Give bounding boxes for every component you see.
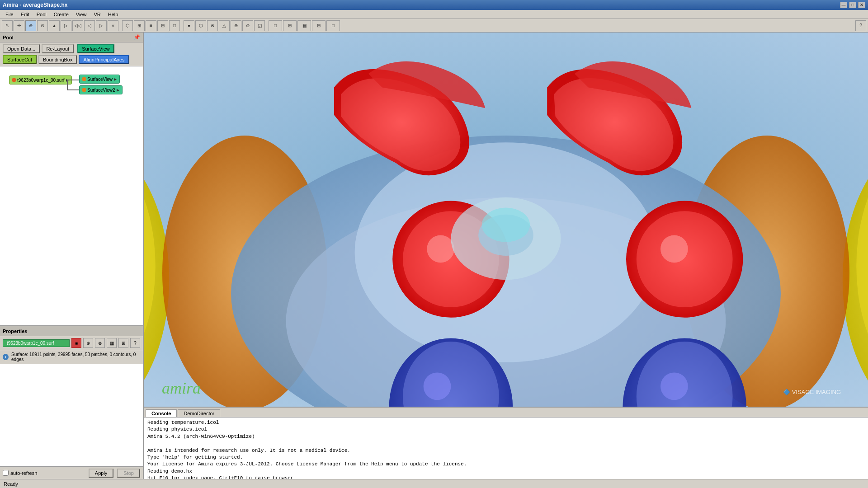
toolbar-tool18[interactable]: ⊗ (207, 20, 218, 31)
re-layout-button[interactable]: Re-Layout (42, 44, 74, 53)
menubar: File Edit Pool Create View VR Help (0, 10, 868, 19)
auto-refresh-checkbox[interactable] (3, 470, 9, 476)
pool-pin-icon: 📌 (134, 34, 140, 40)
bounding-box-button[interactable]: BoundingBox (38, 55, 77, 64)
toolbar-move-tool[interactable]: ✛ (14, 20, 24, 31)
toolbar-sphere-icon[interactable]: ⬡ (122, 20, 133, 31)
prop-icon3[interactable]: ▦ (107, 338, 117, 348)
console-line-2: Reading physics.icol (147, 426, 864, 433)
toolbar-tool10[interactable]: « (108, 20, 118, 31)
connector-2 (67, 80, 68, 90)
console-content: Reading temperature.icol Reading physics… (144, 418, 868, 479)
pool-toolbar: Open Data... Re-Layout SurfaceView Surfa… (0, 42, 143, 66)
visage-logo: 🔷 VISAGE IMAGING (783, 389, 841, 395)
node-arrow-3: ▶ (117, 88, 119, 92)
maximize-button[interactable]: □ (849, 2, 856, 8)
prop-help-btn[interactable]: ? (130, 338, 140, 348)
toolbar-minus-icon[interactable]: ⊟ (157, 20, 168, 31)
menu-file[interactable]: File (2, 11, 17, 18)
node-label: t9623b0warp1c_00.surf (17, 78, 65, 83)
toolbar-grid-icon[interactable]: ≡ (146, 20, 156, 31)
apply-button[interactable]: Apply (89, 469, 114, 478)
open-data-button[interactable]: Open Data... (3, 44, 40, 53)
visage-logo-text: 🔷 (783, 389, 792, 395)
tab-demodirector[interactable]: DemoDirector (178, 409, 220, 417)
toolbar-square-icon[interactable]: □ (169, 20, 180, 31)
svg-point-18 (424, 372, 451, 400)
toolbar-tool22[interactable]: ◱ (254, 20, 265, 31)
toolbar-arrow-tool[interactable]: ↖ (2, 20, 13, 31)
toolbar-rotate-tool[interactable]: ⊕ (25, 20, 36, 31)
title-text: Amira - averageShape.hx (3, 2, 67, 8)
prop-icon1[interactable]: ⊕ (83, 338, 93, 348)
amira-logo: amira (162, 379, 201, 398)
titlebar-controls: — □ ✕ (840, 2, 865, 8)
surface-view-button[interactable]: SurfaceView (77, 44, 114, 53)
menu-edit[interactable]: Edit (17, 11, 33, 18)
toolbar-box-icon[interactable]: ⊞ (134, 20, 145, 31)
align-principal-axes-button[interactable]: AlignPrincipalAxes (79, 55, 129, 64)
tab-console[interactable]: Console (146, 409, 177, 417)
toolbar-tool21[interactable]: ⊘ (242, 20, 253, 31)
node-label-2: SurfaceView (87, 77, 113, 82)
pool-section: Pool 📌 Open Data... Re-Layout SurfaceVie… (0, 33, 143, 325)
filename-label: t9623b0warp1c_00.surf (3, 339, 70, 347)
help-button[interactable]: ? (855, 20, 866, 31)
properties-section: Properties t9623b0warp1c_00.surf ■ ⊕ ⊗ ▦… (0, 325, 143, 479)
toolbar-tool7[interactable]: ◁◁ (72, 20, 83, 31)
console-line-4 (147, 440, 864, 447)
prop-icon2[interactable]: ⊗ (95, 338, 105, 348)
toolbar-view3[interactable]: ▦ (297, 20, 311, 31)
svg-point-24 (482, 208, 530, 242)
svg-point-12 (427, 235, 454, 263)
svg-point-15 (660, 235, 688, 263)
info-icon: i (3, 354, 9, 360)
toolbar-tool9[interactable]: ▷ (96, 20, 107, 31)
console-line-7: Your license for Amira expires 3-JUL-201… (147, 461, 864, 468)
console-line-1: Reading temperature.icol (147, 419, 864, 426)
node-label-3: SurfaceView2 (87, 88, 115, 93)
console-line-6: Type 'help' for getting started. (147, 454, 864, 461)
properties-footer: auto-refresh Apply Stop (0, 466, 143, 479)
status-text: Ready (4, 481, 18, 487)
surface-cut-button[interactable]: SurfaceCut (3, 55, 37, 64)
minimize-button[interactable]: — (840, 2, 847, 8)
toolbar-tool5[interactable]: ▲ (49, 20, 60, 31)
statusbar: Ready (0, 479, 868, 488)
toolbar-tool17[interactable]: ⬡ (195, 20, 206, 31)
left-panel: Pool 📌 Open Data... Re-Layout SurfaceVie… (0, 33, 144, 479)
toolbar-view4[interactable]: ⊟ (312, 20, 326, 31)
toolbar-view5[interactable]: □ (326, 20, 340, 31)
toolbar-tool20[interactable]: ⊕ (231, 20, 241, 31)
toolbar-tool6[interactable]: ▷ (61, 20, 71, 31)
stop-button[interactable]: Stop (117, 469, 140, 478)
menu-help[interactable]: Help (104, 11, 122, 18)
prop-color-btn[interactable]: ■ (71, 338, 81, 348)
toolbar-zoom-tool[interactable]: ⊙ (37, 20, 48, 31)
menu-create[interactable]: Create (50, 11, 72, 18)
node-surface-view: SurfaceView ▶ (79, 75, 120, 84)
node-surface-file: t9623b0warp1c_00.surf ▶ (9, 75, 72, 84)
toolbar-view1[interactable]: □ (269, 20, 282, 31)
console-line-3: Amira 5.4.2 (arch-Win64VC9-Optimize) (147, 433, 864, 440)
surface-info-text: Surface: 18911 points, 39995 faces, 53 p… (11, 352, 140, 362)
console-line-8: Reading demo.hx (147, 468, 864, 475)
menu-view[interactable]: View (72, 11, 90, 18)
pool-title: Pool (3, 35, 14, 40)
toolbar-tool8[interactable]: ◁ (84, 20, 95, 31)
main-toolbar: ↖ ✛ ⊕ ⊙ ▲ ▷ ◁◁ ◁ ▷ « ⬡ ⊞ ≡ ⊟ □ ● ⬡ ⊗ △ ⊕… (0, 19, 868, 33)
toolbar-tool19[interactable]: △ (219, 20, 230, 31)
toolbar-tool16[interactable]: ● (184, 20, 194, 31)
node-surface-view2: SurfaceView2 ▶ (79, 85, 123, 94)
menu-pool[interactable]: Pool (33, 11, 50, 18)
viewport: amira 🔷 VISAGE IMAGING Console DemoDirec… (144, 33, 868, 479)
close-button[interactable]: ✕ (858, 2, 865, 8)
console-line-5: Amira is intended for research use only.… (147, 447, 864, 454)
menu-vr[interactable]: VR (90, 11, 104, 18)
console-panel: Console DemoDirector Reading temperature… (144, 407, 868, 479)
titlebar: Amira - averageShape.hx — □ ✕ (0, 0, 868, 10)
auto-refresh-group: auto-refresh (3, 470, 37, 476)
prop-icon4[interactable]: ⊞ (118, 338, 128, 348)
toolbar-view2[interactable]: ⊞ (283, 20, 297, 31)
console-tabs: Console DemoDirector (144, 408, 868, 418)
